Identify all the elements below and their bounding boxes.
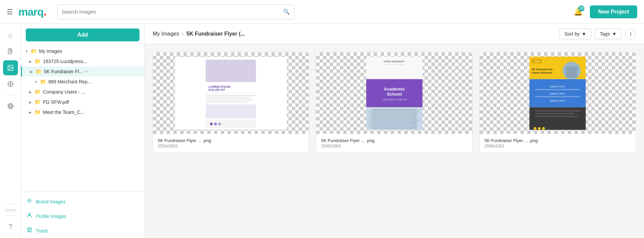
folder-889-icon: 📁 xyxy=(40,79,46,85)
svg-text:DOLOR SIT: DOLOR SIT xyxy=(209,88,226,92)
svg-rect-38 xyxy=(369,122,414,123)
hamburger-icon[interactable]: ☰ xyxy=(7,8,13,16)
image-card-2[interactable]: LOGO 5K Fundraiser for Cancer Research S… xyxy=(479,52,636,153)
tree-item-183725[interactable]: ▶ 📁 183725-Lucidpress... xyxy=(21,56,144,66)
svg-text:─────────────────: ───────────────── xyxy=(384,63,405,65)
image-thumb-1: STATE UNIVERSITY ───────────────── Acade… xyxy=(316,53,472,134)
svg-rect-33 xyxy=(369,111,420,112)
profile-images-icon xyxy=(26,212,33,220)
tags-arrow-icon: ▼ xyxy=(612,31,617,37)
folder-fg-label: FG SFW.pdf xyxy=(43,99,69,105)
image-info-0: 5K Fundraiser Flyer ... .png 2550x3301 xyxy=(153,134,309,153)
tree-item-company[interactable]: ▶ 📁 Company Users - ... xyxy=(21,87,144,97)
svg-point-60 xyxy=(538,127,541,130)
tree-item-my-images[interactable]: ▼ 📁 My Images xyxy=(21,46,144,56)
svg-rect-51 xyxy=(535,89,580,90)
folder-fg-icon: 📁 xyxy=(35,99,41,105)
svg-rect-34 xyxy=(369,113,414,114)
svg-rect-0 xyxy=(8,49,12,54)
logo-text: marq. xyxy=(18,5,46,18)
rail-divider xyxy=(4,95,17,95)
svg-rect-35 xyxy=(369,115,417,117)
new-project-button[interactable]: New Project xyxy=(590,5,637,18)
folder-183725-arrow: ▶ xyxy=(29,60,33,63)
image-dims-2: 2550x3301 xyxy=(485,144,631,148)
svg-point-61 xyxy=(542,127,545,130)
tools-divider2 xyxy=(4,215,17,216)
folder-meet-arrow: ▶ xyxy=(29,111,33,114)
image-info-1: 5K Fundraiser Flyer ... .png 2550x3301 xyxy=(316,134,472,153)
flyer-content-1: STATE UNIVERSITY ───────────────── Acade… xyxy=(338,57,450,130)
content-header: My Images › 5K Fundraiser Flyer (... Sor… xyxy=(145,24,644,44)
logo-accent: . xyxy=(43,4,46,18)
folder-5k-arrow: ▶ xyxy=(30,70,34,74)
breadcrumb: My Images › 5K Fundraiser Flyer (... xyxy=(153,31,559,37)
main-layout: ⌂ TOOLS ? Add ▼ 📁 My Images xyxy=(0,24,644,238)
trash-item[interactable]: Trash xyxy=(21,223,144,238)
sort-label: Sort by xyxy=(564,31,579,37)
folder-5k-edit-icon[interactable]: ✏ xyxy=(85,69,88,74)
svg-rect-19 xyxy=(206,120,256,128)
rail-globe[interactable] xyxy=(3,99,18,114)
svg-text:Lorem ipsum dolor sit: Lorem ipsum dolor sit xyxy=(382,98,407,101)
tools-divider xyxy=(4,203,17,204)
rail-home[interactable]: ⌂ xyxy=(3,28,18,43)
svg-text:SAMPLE TEXT: SAMPLE TEXT xyxy=(550,93,565,95)
image-name-1: 5K Fundraiser Flyer ... .png xyxy=(321,138,467,143)
image-card-0[interactable]: LOREM IPSUM DOLOR SIT xyxy=(153,52,309,153)
folder-5k-label: 5K Fundraiser Fl... xyxy=(44,69,83,74)
tree-item-fg[interactable]: ▶ 📁 FG SFW.pdf xyxy=(21,97,144,107)
image-dims-0: 2550x3301 xyxy=(158,144,304,148)
svg-text:Academic: Academic xyxy=(384,86,405,92)
svg-point-6 xyxy=(28,213,30,215)
svg-text:SAMPLE TEXT: SAMPLE TEXT xyxy=(550,100,565,102)
sort-button[interactable]: Sort by ▼ xyxy=(559,28,591,39)
folder-889-arrow: ▼ xyxy=(35,80,39,84)
svg-point-21 xyxy=(214,122,217,125)
info-button[interactable]: ℹ xyxy=(625,28,636,39)
svg-point-2 xyxy=(9,66,9,67)
folder-company-icon: 📁 xyxy=(35,89,41,95)
search-icon: 🔍 xyxy=(283,8,290,15)
my-images-arrow: ▼ xyxy=(25,49,29,53)
svg-text:LOREM IPSUM: LOREM IPSUM xyxy=(209,85,230,88)
svg-point-5 xyxy=(28,200,30,202)
image-name-2: 5K Fundraiser Flyer ... .png xyxy=(485,138,631,143)
tree-item-meet[interactable]: ▶ 📁 Meet the Team_C... xyxy=(21,107,144,117)
flyer-content-0: LOREM IPSUM DOLOR SIT xyxy=(175,57,287,130)
svg-rect-18 xyxy=(206,104,256,118)
brand-images-item[interactable]: Brand Images xyxy=(21,194,144,209)
add-button[interactable]: Add xyxy=(26,28,139,41)
search-input[interactable] xyxy=(62,9,283,15)
sidebar: Add ▼ 📁 My Images ▶ 📁 183725-Lucidpress.… xyxy=(21,24,145,238)
svg-point-22 xyxy=(218,122,221,125)
svg-text:LOGO: LOGO xyxy=(534,60,540,62)
rail-brand[interactable] xyxy=(3,77,18,92)
image-name-0: 5K Fundraiser Flyer ... .png xyxy=(158,138,304,143)
svg-rect-10 xyxy=(206,60,256,82)
svg-rect-46 xyxy=(566,66,577,78)
sort-arrow-icon: ▼ xyxy=(582,31,586,37)
tree-item-889[interactable]: ▼ 📁 889 Merchant Rep... xyxy=(21,77,144,87)
tags-button[interactable]: Tags ▼ xyxy=(595,28,622,39)
image-card-1[interactable]: STATE UNIVERSITY ───────────────── Acade… xyxy=(316,52,472,153)
rail-images[interactable] xyxy=(3,60,18,75)
top-nav: ☰ marq. 🔍 🔔 20 New Project xyxy=(0,0,644,24)
image-thumb-2: LOGO 5K Fundraiser for Cancer Research S… xyxy=(480,53,636,134)
breadcrumb-parent[interactable]: My Images xyxy=(153,31,179,37)
svg-rect-14 xyxy=(206,95,256,96)
folder-meet-icon: 📁 xyxy=(35,109,41,115)
svg-rect-40 xyxy=(369,126,413,128)
my-images-folder-icon: 📁 xyxy=(30,48,37,54)
header-actions: Sort by ▼ Tags ▼ ℹ xyxy=(559,28,636,39)
rail-documents[interactable] xyxy=(3,44,18,59)
profile-images-item[interactable]: Profile Images xyxy=(21,209,144,223)
rail-help[interactable]: ? xyxy=(3,219,18,234)
svg-rect-53 xyxy=(535,96,580,97)
my-images-label: My Images xyxy=(39,48,62,54)
notification-button[interactable]: 🔔 20 xyxy=(572,5,584,18)
folder-company-label: Company Users - ... xyxy=(43,89,85,95)
image-dims-1: 2550x3301 xyxy=(321,144,467,148)
tree-item-5k[interactable]: ▶ 📁 5K Fundraiser Fl... ✏ xyxy=(21,66,144,77)
svg-rect-15 xyxy=(206,97,251,99)
